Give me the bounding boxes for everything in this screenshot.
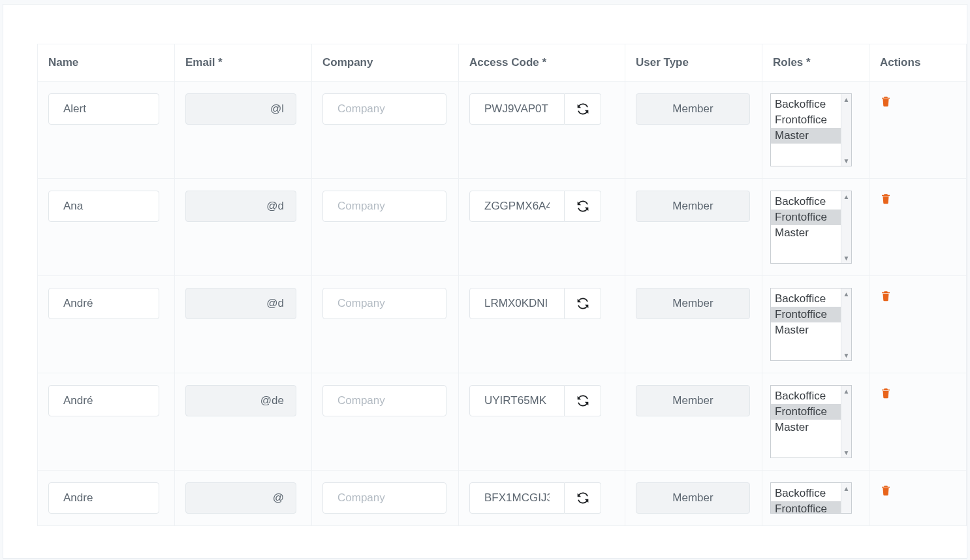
- role-option[interactable]: Master: [771, 322, 851, 338]
- roles-scrollbar[interactable]: ▲: [841, 483, 851, 513]
- name-input[interactable]: [48, 191, 159, 222]
- user-type-field[interactable]: Member: [636, 191, 750, 222]
- regenerate-code-button[interactable]: [565, 385, 601, 416]
- role-option[interactable]: Backoffice: [771, 388, 851, 404]
- company-input[interactable]: [322, 191, 446, 222]
- role-option[interactable]: Frontoffice: [771, 112, 851, 128]
- scroll-down-icon[interactable]: ▼: [841, 253, 851, 263]
- header-access-code: Access Code *: [459, 44, 625, 82]
- name-input[interactable]: [48, 385, 159, 416]
- role-option[interactable]: Frontoffice: [771, 501, 851, 514]
- scroll-up-icon[interactable]: ▲: [841, 386, 851, 396]
- roles-listbox[interactable]: BackofficeFrontoffice▲: [770, 482, 852, 514]
- roles-listbox[interactable]: BackofficeFrontofficeMaster▲▼: [770, 288, 852, 361]
- table-row: MemberBackofficeFrontofficeMaster▲▼: [38, 82, 967, 179]
- company-input[interactable]: [322, 482, 446, 514]
- trash-icon: [880, 484, 892, 497]
- access-code-input[interactable]: [469, 385, 565, 416]
- delete-row-button[interactable]: [880, 386, 892, 399]
- role-option[interactable]: Frontoffice: [771, 404, 851, 420]
- trash-icon: [880, 289, 892, 302]
- header-roles: Roles *: [762, 44, 869, 82]
- refresh-icon: [576, 200, 589, 213]
- user-type-field[interactable]: Member: [636, 385, 750, 416]
- scroll-up-icon[interactable]: ▲: [841, 94, 851, 104]
- role-option[interactable]: Backoffice: [771, 486, 851, 501]
- users-table: Name Email * Company Access Code * User …: [37, 44, 967, 526]
- refresh-icon: [576, 394, 589, 407]
- header-user-type: User Type: [625, 44, 762, 82]
- name-input[interactable]: [48, 93, 159, 125]
- role-option[interactable]: Frontoffice: [771, 307, 851, 322]
- user-type-field[interactable]: Member: [636, 93, 750, 125]
- delete-row-button[interactable]: [880, 289, 892, 302]
- roles-scrollbar[interactable]: ▲▼: [841, 386, 851, 458]
- trash-icon: [880, 95, 892, 108]
- trash-icon: [880, 192, 892, 205]
- access-code-input[interactable]: [469, 482, 565, 514]
- email-input[interactable]: [185, 93, 296, 125]
- role-option[interactable]: Master: [771, 225, 851, 241]
- role-option[interactable]: Backoffice: [771, 194, 851, 210]
- roles-listbox[interactable]: BackofficeFrontofficeMaster▲▼: [770, 191, 852, 264]
- email-input[interactable]: [185, 385, 296, 416]
- delete-row-button[interactable]: [880, 484, 892, 497]
- header-company: Company: [312, 44, 459, 82]
- role-option[interactable]: Master: [771, 128, 851, 144]
- header-actions: Actions: [869, 44, 967, 82]
- roles-listbox[interactable]: BackofficeFrontofficeMaster▲▼: [770, 93, 852, 166]
- company-input[interactable]: [322, 93, 446, 125]
- email-input[interactable]: [185, 482, 296, 514]
- page: Name Email * Company Access Code * User …: [0, 0, 970, 559]
- role-option[interactable]: Backoffice: [771, 291, 851, 307]
- access-code-input[interactable]: [469, 93, 565, 125]
- roles-scrollbar[interactable]: ▲▼: [841, 191, 851, 263]
- email-input[interactable]: [185, 288, 296, 319]
- access-code-input[interactable]: [469, 288, 565, 319]
- table-row: MemberBackofficeFrontofficeMaster▲▼: [38, 373, 967, 471]
- refresh-icon: [576, 491, 589, 505]
- delete-row-button[interactable]: [880, 95, 892, 108]
- header-email: Email *: [175, 44, 312, 82]
- scroll-down-icon[interactable]: ▼: [841, 155, 851, 166]
- header-name: Name: [38, 44, 175, 82]
- role-option[interactable]: Master: [771, 420, 851, 435]
- table-row: MemberBackofficeFrontofficeMaster▲▼: [38, 276, 967, 373]
- name-input[interactable]: [48, 288, 159, 319]
- scroll-up-icon[interactable]: ▲: [841, 483, 851, 493]
- table-row: MemberBackofficeFrontoffice▲: [38, 471, 967, 526]
- regenerate-code-button[interactable]: [565, 191, 601, 222]
- table-body: MemberBackofficeFrontofficeMaster▲▼Membe…: [38, 82, 967, 526]
- company-input[interactable]: [322, 385, 446, 416]
- card: Name Email * Company Access Code * User …: [3, 4, 967, 559]
- roles-scrollbar[interactable]: ▲▼: [841, 94, 851, 166]
- table-header: Name Email * Company Access Code * User …: [38, 44, 967, 82]
- user-type-field[interactable]: Member: [636, 482, 750, 514]
- role-option[interactable]: Backoffice: [771, 97, 851, 112]
- user-type-field[interactable]: Member: [636, 288, 750, 319]
- roles-listbox[interactable]: BackofficeFrontofficeMaster▲▼: [770, 385, 852, 458]
- trash-icon: [880, 386, 892, 399]
- scroll-up-icon[interactable]: ▲: [841, 288, 851, 299]
- company-input[interactable]: [322, 288, 446, 319]
- table-row: MemberBackofficeFrontofficeMaster▲▼: [38, 179, 967, 276]
- delete-row-button[interactable]: [880, 192, 892, 205]
- scroll-down-icon[interactable]: ▼: [841, 350, 851, 360]
- refresh-icon: [576, 297, 589, 310]
- access-code-input[interactable]: [469, 191, 565, 222]
- scroll-up-icon[interactable]: ▲: [841, 191, 851, 202]
- scroll-down-icon[interactable]: ▼: [841, 447, 851, 458]
- regenerate-code-button[interactable]: [565, 482, 601, 514]
- roles-scrollbar[interactable]: ▲▼: [841, 288, 851, 360]
- name-input[interactable]: [48, 482, 159, 514]
- regenerate-code-button[interactable]: [565, 93, 601, 125]
- regenerate-code-button[interactable]: [565, 288, 601, 319]
- refresh-icon: [576, 102, 589, 116]
- email-input[interactable]: [185, 191, 296, 222]
- role-option[interactable]: Frontoffice: [771, 210, 851, 225]
